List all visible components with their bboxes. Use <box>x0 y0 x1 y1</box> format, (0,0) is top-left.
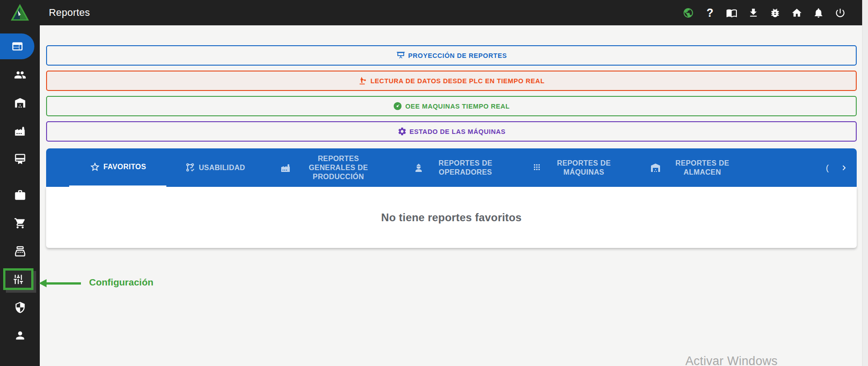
action-button-group: PROYECCIÓN DE REPORTES LECTURA DE DATOS … <box>40 25 862 142</box>
clipped-tab-label: ( <box>826 163 829 173</box>
home-icon[interactable] <box>791 7 802 19</box>
tab-label: REPORTES DE OPERADORES <box>427 159 504 177</box>
reports-news-icon <box>11 40 24 52</box>
logo-triangle-icon <box>10 3 30 23</box>
empty-favorites-message: No tiene reportes favoritos <box>381 211 522 224</box>
oee-maquinas-button[interactable]: OEE MAQUINAS TIEMPO REAL <box>46 96 857 116</box>
vertical-scrollbar[interactable] <box>862 0 868 366</box>
estado-maquinas-button[interactable]: ESTADO DE LAS MÁQUINAS <box>46 121 857 142</box>
shield-icon <box>14 301 26 314</box>
annotation-arrow <box>39 279 81 287</box>
tab-reportes-maquinas[interactable]: REPORTES DE MÁQUINAS <box>518 148 636 187</box>
sidebar-item-personnel[interactable] <box>0 61 40 89</box>
factory-icon <box>280 162 291 173</box>
notifications-icon[interactable] <box>813 7 824 19</box>
sidebar-item-sales[interactable] <box>0 237 40 265</box>
projector-screen-icon <box>396 51 406 60</box>
lectura-plc-button[interactable]: LECTURA DE DATOS DESDE PLC EN TIEMPO REA… <box>46 71 857 91</box>
warehouse-icon <box>14 97 26 109</box>
gear-icon <box>397 127 407 136</box>
tune-settings-icon <box>12 273 24 285</box>
person-icon <box>14 329 26 342</box>
favorites-panel: No tiene reportes favoritos <box>46 187 857 248</box>
sidebar <box>0 25 40 366</box>
download-icon[interactable] <box>748 7 759 19</box>
topbar: Reportes ? <box>0 0 862 25</box>
help-icon[interactable]: ? <box>704 7 716 19</box>
tab-usabilidad[interactable]: USABILIDAD <box>166 148 264 187</box>
machines-grid-icon <box>532 162 542 173</box>
windows-activation-watermark: Activar Windows <box>685 354 778 366</box>
warehouse-icon <box>650 162 661 173</box>
page-title: Reportes <box>49 7 90 19</box>
arrow-line <box>47 282 81 285</box>
chevron-right-icon <box>839 163 849 173</box>
tab-label: USABILIDAD <box>199 163 245 172</box>
sidebar-item-reports[interactable] <box>0 33 34 59</box>
tab-bar: FAVORITOS USABILIDAD REPORTES GENERALES … <box>46 148 857 187</box>
tab-scroll-right-button[interactable] <box>831 148 857 187</box>
configuration-highlight-box <box>3 268 33 290</box>
star-icon <box>90 162 100 172</box>
arrow-head <box>39 279 47 287</box>
reports-tab-card: FAVORITOS USABILIDAD REPORTES GENERALES … <box>46 148 857 248</box>
tab-reportes-almacen[interactable]: REPORTES DE ALMACEN <box>636 148 755 187</box>
sidebar-item-profile[interactable] <box>0 321 40 349</box>
tab-label: FAVORITOS <box>104 162 146 171</box>
help-glyph: ? <box>707 7 713 19</box>
sidebar-item-work[interactable] <box>0 181 40 209</box>
main-content: PROYECCIÓN DE REPORTES LECTURA DE DATOS … <box>40 25 862 366</box>
tab-bar-spacer <box>755 148 826 187</box>
tab-reportes-operadores[interactable]: REPORTES DE OPERADORES <box>399 148 518 187</box>
sidebar-item-configuration[interactable] <box>0 265 40 293</box>
robot-arm-icon <box>358 76 368 86</box>
people-icon <box>14 69 26 81</box>
action-label: LECTURA DE DATOS DESDE PLC EN TIEMPO REA… <box>370 77 544 85</box>
tab-reportes-generales-produccion[interactable]: REPORTES GENERALES DE PRODUCCIÓN <box>264 148 399 187</box>
briefcase-icon <box>14 189 26 201</box>
cash-register-icon <box>14 245 26 257</box>
tab-label: REPORTES DE MÁQUINAS <box>546 159 623 177</box>
sidebar-item-production[interactable] <box>0 117 40 145</box>
globe-icon[interactable] <box>683 7 694 19</box>
tab-favoritos[interactable]: FAVORITOS <box>69 148 166 187</box>
action-label: OEE MAQUINAS TIEMPO REAL <box>405 103 509 110</box>
shopping-cart-icon <box>14 217 26 229</box>
tab-label: REPORTES GENERALES DE PRODUCCIÓN <box>294 154 382 181</box>
manual-book-icon[interactable] <box>726 7 737 19</box>
power-icon[interactable] <box>835 7 846 19</box>
proyeccion-de-reportes-button[interactable]: PROYECCIÓN DE REPORTES <box>46 45 857 66</box>
annotation-label: Configuración <box>89 277 153 288</box>
sidebar-item-quality[interactable] <box>0 145 40 173</box>
tab-label: REPORTES DE ALMACEN <box>664 159 741 177</box>
operator-icon <box>413 162 424 173</box>
sidebar-item-warehouse[interactable] <box>0 89 40 117</box>
certificate-icon <box>14 153 26 165</box>
sidebar-item-security[interactable] <box>0 293 40 321</box>
action-label: ESTADO DE LAS MÁQUINAS <box>410 128 506 135</box>
topbar-actions: ? <box>683 7 846 19</box>
action-label: PROYECCIÓN DE REPORTES <box>408 52 507 59</box>
usability-branch-icon <box>185 162 196 173</box>
app-logo <box>0 3 40 23</box>
bug-report-icon[interactable] <box>769 7 781 19</box>
factory-icon <box>14 125 26 137</box>
gauge-icon <box>393 101 402 111</box>
sidebar-item-purchases[interactable] <box>0 209 40 237</box>
